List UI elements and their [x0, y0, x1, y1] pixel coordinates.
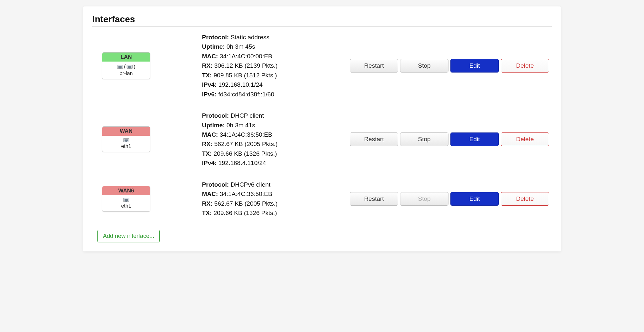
stop-button[interactable]: Stop [400, 59, 448, 73]
paren-open: ( [124, 63, 126, 70]
info-label: Protocol: [202, 181, 231, 188]
delete-button[interactable]: Delete [501, 132, 549, 146]
restart-button[interactable]: Restart [350, 192, 398, 206]
info-label: IPv6: [202, 91, 218, 98]
interface-badge-column: LAN()br-lan [92, 52, 202, 79]
info-line-rx: RX: 562.67 KB (2005 Pkts.) [202, 139, 350, 149]
info-value: 34:1A:4C:36:50:EB [220, 190, 272, 197]
ethernet-port-icon [126, 64, 133, 69]
info-value: 192.168.4.110/24 [218, 160, 266, 166]
interface-device-name: eth1 [104, 203, 149, 209]
info-label: RX: [202, 200, 214, 207]
info-label: MAC: [202, 53, 220, 60]
info-line-mac: MAC: 34:1A:4C:36:50:EB [202, 189, 350, 199]
interface-actions: RestartStopEditDelete [350, 59, 552, 73]
stop-button[interactable]: Stop [400, 132, 448, 146]
interface-badge-name: WAN6 [102, 186, 150, 195]
svg-rect-10 [125, 199, 128, 201]
interface-badge[interactable]: LAN()br-lan [102, 52, 150, 79]
info-line-mac: MAC: 34:1A:4C:36:50:EB [202, 130, 350, 139]
info-line-ipv6: IPv6: fd34:cd84:d38f::1/60 [202, 90, 350, 99]
info-value: 209.66 KB (1326 Pkts.) [214, 210, 277, 216]
edit-button[interactable]: Edit [450, 132, 499, 146]
interface-actions: RestartStopEditDelete [350, 192, 552, 206]
info-line-mac: MAC: 34:1A:4C:00:00:EB [202, 52, 350, 61]
ethernet-port-icon [117, 64, 123, 69]
interface-row: WAN6eth1Protocol: DHCPv6 clientMAC: 34:1… [92, 174, 552, 224]
edit-button[interactable]: Edit [450, 59, 499, 73]
info-label: Uptime: [202, 43, 226, 50]
svg-rect-5 [129, 68, 131, 68]
ethernet-port-icon [123, 197, 129, 202]
interface-actions: RestartStopEditDelete [350, 132, 552, 146]
delete-button[interactable]: Delete [501, 192, 549, 206]
info-value: DHCP client [231, 112, 264, 119]
info-value: 34:1A:4C:00:00:EB [220, 53, 272, 60]
edit-button[interactable]: Edit [450, 192, 499, 206]
info-line-tx: TX: 909.85 KB (1512 Pkts.) [202, 71, 350, 80]
info-value: fd34:cd84:d38f::1/60 [218, 91, 274, 98]
svg-rect-4 [128, 66, 131, 68]
delete-button[interactable]: Delete [501, 59, 549, 73]
interface-info: Protocol: DHCP clientUptime: 0h 3m 41sMA… [202, 111, 350, 168]
interface-device-name: br-lan [104, 71, 149, 76]
interface-badge-body: eth1 [102, 136, 150, 152]
interface-icon-row [104, 197, 149, 202]
info-label: MAC: [202, 190, 220, 197]
interface-icon-row: () [104, 63, 149, 70]
info-value: 209.66 KB (1326 Pkts.) [214, 150, 277, 157]
info-label: Uptime: [202, 122, 226, 129]
interface-badge[interactable]: WAN6eth1 [102, 186, 150, 212]
info-label: Protocol: [202, 112, 231, 119]
info-line-protocol: Protocol: DHCP client [202, 111, 350, 120]
info-line-ipv4: IPv4: 192.168.4.110/24 [202, 158, 350, 168]
info-line-protocol: Protocol: Static address [202, 33, 350, 42]
info-value: Static address [231, 34, 269, 41]
interface-row: LAN()br-lanProtocol: Static addressUptim… [92, 27, 552, 105]
interface-badge-name: WAN [102, 127, 150, 136]
info-value: DHCPv6 client [231, 181, 271, 188]
add-interface-button[interactable]: Add new interface... [97, 230, 160, 242]
interface-badge-column: WAN6eth1 [92, 186, 202, 212]
info-line-tx: TX: 209.66 KB (1326 Pkts.) [202, 149, 350, 158]
restart-button[interactable]: Restart [350, 59, 398, 73]
add-row: Add new interface... [92, 223, 552, 244]
info-label: RX: [202, 62, 214, 69]
info-value: 562.67 KB (2005 Pkts.) [214, 200, 277, 207]
restart-button[interactable]: Restart [350, 132, 398, 146]
svg-rect-8 [126, 142, 127, 142]
info-label: TX: [202, 210, 214, 216]
interface-icon-row [104, 138, 149, 143]
info-value: 34:1A:4C:36:50:EB [220, 131, 272, 138]
interface-info: Protocol: Static addressUptime: 0h 3m 45… [202, 33, 350, 99]
info-line-rx: RX: 306.12 KB (2139 Pkts.) [202, 61, 350, 70]
page-title: Interfaces [92, 14, 552, 24]
paren-close: ) [134, 63, 136, 70]
info-line-tx: TX: 209.66 KB (1326 Pkts.) [202, 208, 350, 218]
svg-rect-7 [125, 140, 128, 142]
info-label: Protocol: [202, 34, 231, 41]
info-value: 306.12 KB (2139 Pkts.) [214, 62, 277, 69]
info-line-uptime: Uptime: 0h 3m 41s [202, 121, 350, 130]
interface-device-name: eth1 [104, 143, 149, 149]
interface-info: Protocol: DHCPv6 clientMAC: 34:1A:4C:36:… [202, 180, 350, 218]
interface-badge-name: LAN [102, 53, 150, 62]
info-label: RX: [202, 141, 214, 147]
stop-button: Stop [400, 192, 448, 206]
svg-rect-2 [119, 68, 121, 68]
interface-row: WANeth1Protocol: DHCP clientUptime: 0h 3… [92, 105, 552, 174]
info-label: TX: [202, 72, 214, 79]
info-value: 0h 3m 41s [226, 122, 255, 129]
info-label: MAC: [202, 131, 220, 138]
svg-rect-11 [126, 201, 127, 201]
info-label: IPv4: [202, 160, 218, 166]
info-value: 0h 3m 45s [226, 43, 255, 50]
interface-badge-column: WANeth1 [92, 126, 202, 152]
svg-rect-1 [119, 66, 122, 68]
info-value: 562.67 KB (2005 Pkts.) [214, 141, 277, 147]
interface-badge-body: ()br-lan [102, 62, 150, 79]
info-line-uptime: Uptime: 0h 3m 45s [202, 42, 350, 51]
info-label: TX: [202, 150, 214, 157]
interface-badge[interactable]: WANeth1 [102, 126, 150, 152]
info-value: 192.168.10.1/24 [218, 81, 263, 88]
